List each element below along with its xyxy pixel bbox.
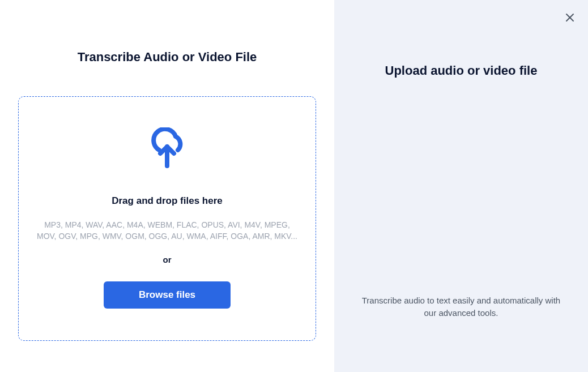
drag-drop-label: Drag and drop files here [112, 195, 223, 207]
right-panel-title: Upload audio or video file [385, 63, 538, 78]
cloud-upload-icon [145, 127, 189, 173]
close-icon [565, 13, 574, 24]
close-button[interactable] [563, 11, 577, 25]
left-panel: Transcribe Audio or Video File Drag and … [0, 0, 334, 372]
supported-formats: MP3, MP4, WAV, AAC, M4A, WEBM, FLAC, OPU… [37, 219, 297, 242]
or-label: or [163, 255, 172, 264]
right-panel-description: Transcribe audio to text easily and auto… [334, 294, 588, 319]
right-panel: Upload audio or video file Transcribe au… [334, 0, 588, 372]
page-title: Transcribe Audio or Video File [18, 50, 316, 65]
file-dropzone[interactable]: Drag and drop files here MP3, MP4, WAV, … [18, 96, 316, 341]
browse-files-button[interactable]: Browse files [104, 281, 231, 309]
